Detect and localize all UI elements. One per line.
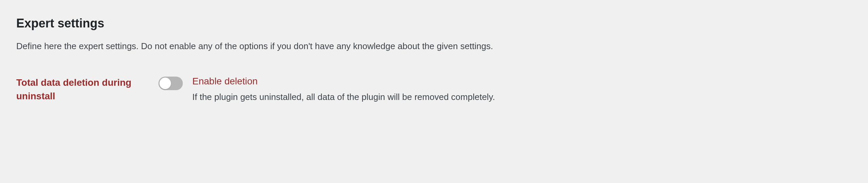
setting-option-description: If the plugin gets uninstalled, all data… [192, 91, 495, 103]
setting-label: Total data deletion during uninstall [16, 76, 145, 102]
setting-option-label: Enable deletion [192, 76, 495, 87]
section-title: Expert settings [16, 16, 852, 30]
toggle-enable-deletion[interactable] [158, 77, 183, 90]
section-description: Define here the expert settings. Do not … [16, 40, 852, 52]
toggle-knob [159, 78, 171, 89]
setting-row-data-deletion: Total data deletion during uninstall Ena… [16, 76, 852, 103]
setting-details: Enable deletion If the plugin gets unins… [192, 76, 495, 103]
setting-control: Enable deletion If the plugin gets unins… [158, 76, 852, 103]
expert-settings-section: Expert settings Define here the expert s… [16, 16, 852, 103]
